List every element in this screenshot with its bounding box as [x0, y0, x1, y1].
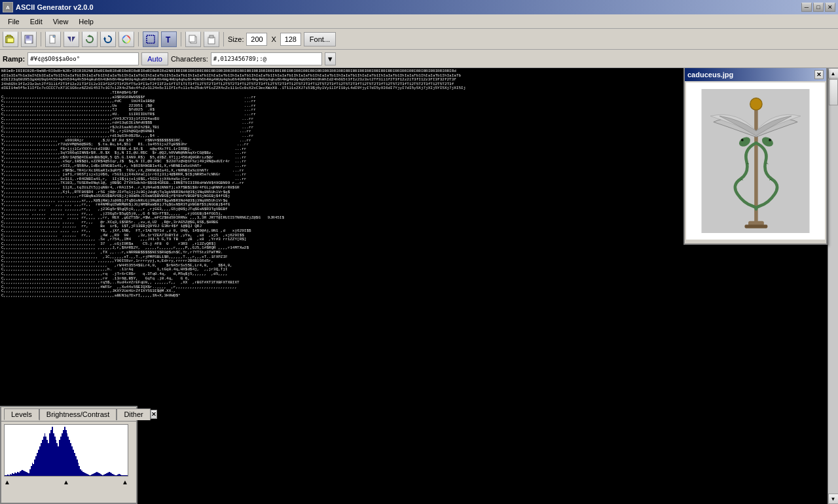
chars-label: Characters: [171, 55, 208, 63]
svg-rect-16 [210, 35, 213, 38]
menu-bar: File Edit View Help [0, 14, 838, 29]
svg-rect-4 [26, 41, 31, 43]
chars-dropdown-button[interactable]: ▼ [325, 52, 336, 65]
paste-button[interactable] [204, 31, 219, 47]
scroll-up-button[interactable]: ▲ [828, 68, 839, 79]
svg-point-21 [741, 139, 744, 141]
rotate-button[interactable] [82, 31, 98, 47]
app-title: ASCII Generator v2.0.0 [16, 3, 94, 11]
tab-dither[interactable]: Dither [117, 408, 150, 420]
text-button[interactable]: T [161, 31, 177, 47]
toolbar: T Size: X Font... [0, 29, 838, 50]
chars-input[interactable] [211, 52, 322, 65]
separator-1 [41, 32, 41, 46]
preview-title-bar: caduceus.jpg ✕ [685, 68, 826, 81]
svg-marker-6 [67, 37, 71, 42]
tab-brightness[interactable]: Brightness/Contrast [39, 408, 117, 420]
svg-rect-11 [147, 35, 155, 43]
svg-point-19 [750, 98, 762, 110]
black-point-slider[interactable]: ▲ [4, 478, 10, 486]
levels-title-bar: Levels Brightness/Contrast Dither ✕ [1, 407, 136, 422]
svg-rect-1 [7, 38, 14, 43]
main-area: NRImRrIRIRIR2RrRmNRrRIRdRrN2RrIRIRIR2NRI… [0, 68, 838, 504]
scroll-track[interactable] [828, 79, 839, 494]
menu-edit[interactable]: Edit [25, 16, 48, 27]
maximize-button[interactable]: □ [813, 3, 824, 12]
auto-button[interactable]: Auto [141, 52, 168, 65]
histogram-bars [5, 425, 128, 476]
preview-window: caduceus.jpg ✕ [683, 68, 828, 245]
svg-marker-9 [103, 37, 106, 39]
close-button[interactable]: ✕ [825, 3, 835, 12]
levels-body: ▲ ▲ ▲ [1, 422, 136, 488]
preview-filename: caduceus.jpg [687, 71, 733, 79]
tab-levels[interactable]: Levels [4, 408, 39, 420]
svg-marker-7 [72, 37, 75, 42]
ramp-input[interactable] [27, 52, 139, 65]
ramp-label: Ramp: [3, 55, 25, 63]
svg-rect-25 [745, 225, 768, 228]
levels-panel: Levels Brightness/Contrast Dither ✕ ▲ ▲ … [0, 406, 137, 504]
preview-close-button[interactable]: ✕ [814, 70, 824, 79]
levels-slider: ▲ ▲ ▲ [4, 478, 128, 486]
caduceus-image [697, 89, 814, 233]
x-separator: X [270, 35, 277, 43]
copy-button[interactable] [185, 31, 201, 47]
title-buttons: ─ □ ✕ [801, 3, 835, 12]
refresh-button[interactable] [100, 31, 116, 47]
size-height-input[interactable] [280, 33, 301, 46]
svg-rect-3 [26, 35, 29, 39]
menu-help[interactable]: Help [73, 16, 99, 27]
color-button[interactable] [118, 31, 134, 47]
new-button[interactable] [45, 31, 61, 47]
scroll-thumb[interactable] [829, 79, 838, 105]
app-icon: A [3, 2, 13, 12]
scroll-down-button[interactable]: ▼ [828, 494, 839, 504]
separator-4 [223, 32, 224, 46]
preview-image-area [686, 82, 825, 240]
histogram [4, 424, 128, 477]
size-label: Size: [228, 35, 244, 43]
menu-view[interactable]: View [48, 16, 74, 27]
levels-tabs: Levels Brightness/Contrast Dither [4, 408, 151, 420]
mid-point-slider[interactable]: ▲ [63, 478, 69, 486]
save-button[interactable] [21, 31, 37, 47]
ramp-bar: Ramp: Auto Characters: ▼ [0, 50, 838, 68]
minimize-button[interactable]: ─ [801, 3, 812, 12]
levels-close-button[interactable]: ✕ [151, 410, 157, 419]
rect-select-button[interactable] [143, 31, 158, 47]
font-button[interactable]: Font... [304, 32, 336, 46]
title-bar: A ASCII Generator v2.0.0 ─ □ ✕ [0, 0, 838, 14]
flip-h-button[interactable] [64, 31, 79, 47]
svg-rect-14 [189, 35, 195, 42]
svg-text:T: T [166, 35, 171, 45]
menu-file[interactable]: File [3, 16, 25, 27]
vertical-scrollbar: ▲ ▼ [828, 68, 838, 504]
svg-point-23 [769, 139, 771, 141]
open-button[interactable] [3, 31, 18, 47]
separator-3 [181, 32, 181, 46]
separator-2 [138, 32, 139, 46]
size-width-input[interactable] [246, 33, 267, 46]
white-point-slider[interactable]: ▲ [122, 478, 128, 486]
